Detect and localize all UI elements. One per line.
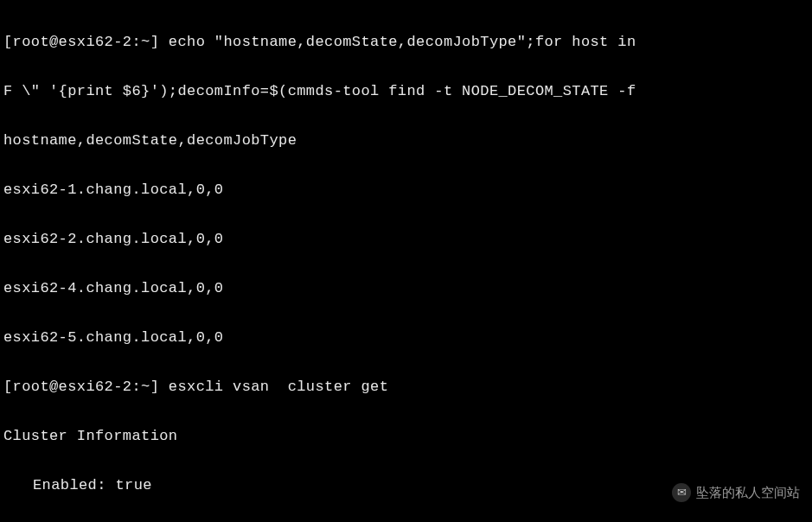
kv-row: Enabled: true [3, 474, 809, 499]
decom-row: esxi62-2.chang.local,0,0 [3, 227, 809, 252]
decom-row: esxi62-4.chang.local,0,0 [3, 277, 809, 302]
cmd-line-cont: F \" '{print $6}');decomInfo=$(cmmds-too… [3, 80, 809, 105]
cmd-line: [root@esxi62-2:~] echo "hostname,decomSt… [3, 30, 809, 55]
kv-label: Enabled [33, 477, 97, 493]
decom-header: hostname,decomState,decomJobType [3, 129, 809, 154]
terminal-output[interactable]: [root@esxi62-2:~] echo "hostname,decomSt… [0, 0, 812, 522]
decom-row: esxi62-5.chang.local,0,0 [3, 326, 809, 351]
kv-value: true [115, 477, 151, 493]
decom-row: esxi62-1.chang.local,0,0 [3, 178, 809, 203]
cmd-line: [root@esxi62-2:~] esxcli vsan cluster ge… [3, 375, 809, 400]
section-title: Cluster Information [3, 424, 809, 449]
